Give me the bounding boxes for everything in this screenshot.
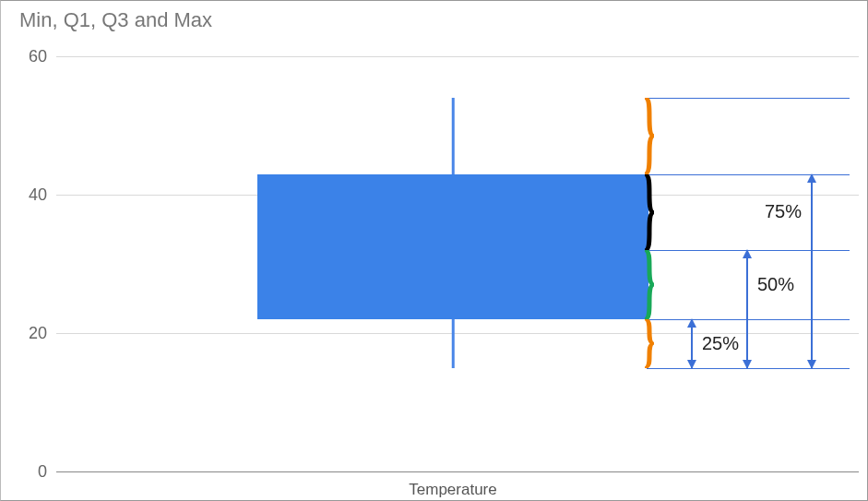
quartile-annotation-pane: 25% 50% 75%	[647, 56, 859, 471]
brace-q3-to-max	[643, 98, 656, 174]
ytick-20: 20	[10, 324, 47, 343]
ytick-0: 0	[10, 462, 47, 482]
label-50pct: 50%	[757, 274, 794, 295]
brace-q1-to-median	[643, 250, 656, 319]
chart-frame: Min, Q1, Q3 and Max 60 40 20 0 Temperatu…	[0, 0, 868, 501]
ytick-60: 60	[10, 47, 47, 66]
x-axis-label: Temperature	[409, 481, 496, 499]
brace-median-to-q3	[643, 174, 656, 251]
boxplot-box	[257, 174, 648, 320]
guide-max	[647, 98, 850, 99]
ytick-40: 40	[10, 185, 47, 205]
guide-q3	[647, 174, 850, 175]
brace-min-to-q1	[643, 319, 656, 368]
chart-title: Min, Q1, Q3 and Max	[19, 8, 212, 32]
boxplot-plot-area: 60 40 20 0 Temperature	[56, 56, 637, 471]
arrow-25pct	[691, 319, 693, 368]
label-25pct: 25%	[702, 333, 739, 354]
arrow-50pct	[746, 250, 748, 368]
arrow-75pct	[811, 174, 813, 368]
guide-q1	[647, 319, 850, 320]
label-75pct: 75%	[765, 201, 802, 222]
x-axis-line	[56, 471, 859, 472]
